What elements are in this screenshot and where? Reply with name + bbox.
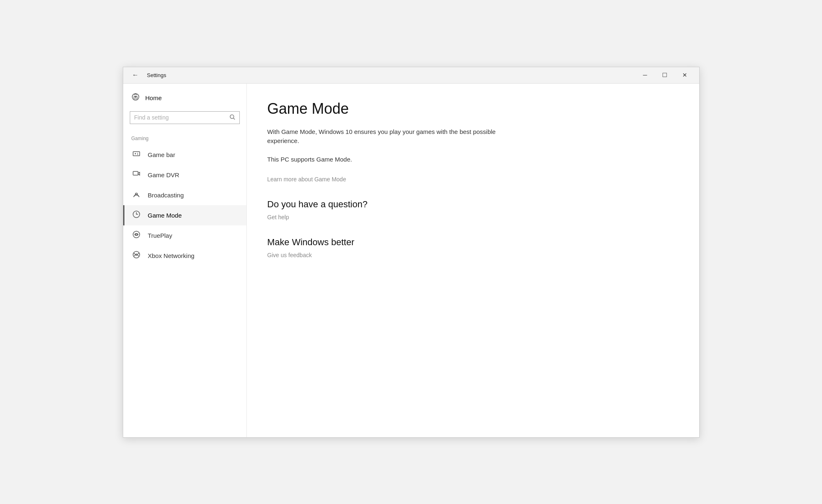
minimize-icon: ─ — [643, 72, 647, 78]
back-icon: ← — [132, 71, 139, 79]
xbox-icon — [131, 251, 141, 261]
svg-rect-4 — [133, 152, 140, 156]
search-box[interactable] — [130, 111, 240, 124]
sidebar-item-trueplay[interactable]: TruePlay — [123, 225, 246, 246]
svg-point-13 — [136, 234, 137, 235]
main-content: Game Mode With Game Mode, Windows 10 ens… — [247, 84, 699, 437]
home-icon — [131, 93, 140, 103]
maximize-button[interactable]: ☐ — [656, 67, 674, 83]
svg-line-3 — [233, 118, 235, 120]
xbox-networking-label: Xbox Networking — [148, 252, 194, 259]
svg-rect-9 — [133, 171, 138, 175]
feedback-section-title: Make Windows better — [267, 237, 679, 248]
game-dvr-icon — [131, 170, 141, 180]
support-text: This PC supports Game Mode. — [267, 156, 679, 163]
learn-more-link[interactable]: Learn more about Game Mode — [267, 176, 679, 183]
get-help-link[interactable]: Get help — [267, 214, 679, 220]
game-mode-label: Game Mode — [148, 212, 182, 219]
broadcasting-icon — [131, 190, 141, 200]
sidebar-item-game-mode[interactable]: Game Mode — [123, 205, 246, 225]
close-button[interactable]: ✕ — [675, 67, 694, 83]
description: With Game Mode, Windows 10 ensures you p… — [267, 127, 515, 146]
sidebar-item-home[interactable]: Home — [123, 89, 246, 107]
home-label: Home — [145, 94, 162, 101]
sidebar-item-broadcasting[interactable]: Broadcasting — [123, 185, 246, 205]
minimize-button[interactable]: ─ — [636, 67, 655, 83]
page-title: Game Mode — [267, 100, 679, 117]
titlebar-controls: ─ ☐ ✕ — [636, 67, 694, 83]
game-mode-icon — [131, 210, 141, 220]
svg-point-2 — [230, 115, 234, 118]
sidebar-item-game-dvr[interactable]: Game DVR — [123, 165, 246, 185]
give-feedback-link[interactable]: Give us feedback — [267, 252, 679, 258]
search-icon — [230, 114, 235, 121]
content-area: Home Gaming — [123, 84, 699, 437]
sidebar: Home Gaming — [123, 84, 247, 437]
maximize-icon: ☐ — [662, 72, 667, 78]
svg-point-12 — [133, 231, 140, 238]
close-icon: ✕ — [682, 72, 687, 78]
trueplay-icon — [131, 230, 141, 241]
svg-point-7 — [137, 153, 138, 154]
trueplay-label: TruePlay — [148, 232, 172, 239]
sidebar-item-game-bar[interactable]: Game bar — [123, 145, 246, 165]
sidebar-item-xbox-networking[interactable]: Xbox Networking — [123, 246, 246, 266]
game-bar-icon — [131, 150, 141, 160]
broadcasting-label: Broadcasting — [148, 192, 184, 199]
game-dvr-label: Game DVR — [148, 171, 180, 178]
settings-window: ← Settings ─ ☐ ✕ — [123, 67, 700, 438]
svg-point-14 — [133, 251, 140, 258]
svg-point-8 — [137, 154, 138, 155]
game-bar-label: Game bar — [148, 151, 176, 158]
titlebar: ← Settings ─ ☐ ✕ — [123, 67, 699, 84]
search-input[interactable] — [134, 114, 226, 121]
section-label: Gaming — [123, 132, 246, 145]
titlebar-title: Settings — [147, 72, 166, 78]
titlebar-left: ← Settings — [128, 68, 166, 82]
help-section-title: Do you have a question? — [267, 199, 679, 210]
back-button[interactable]: ← — [128, 68, 143, 82]
